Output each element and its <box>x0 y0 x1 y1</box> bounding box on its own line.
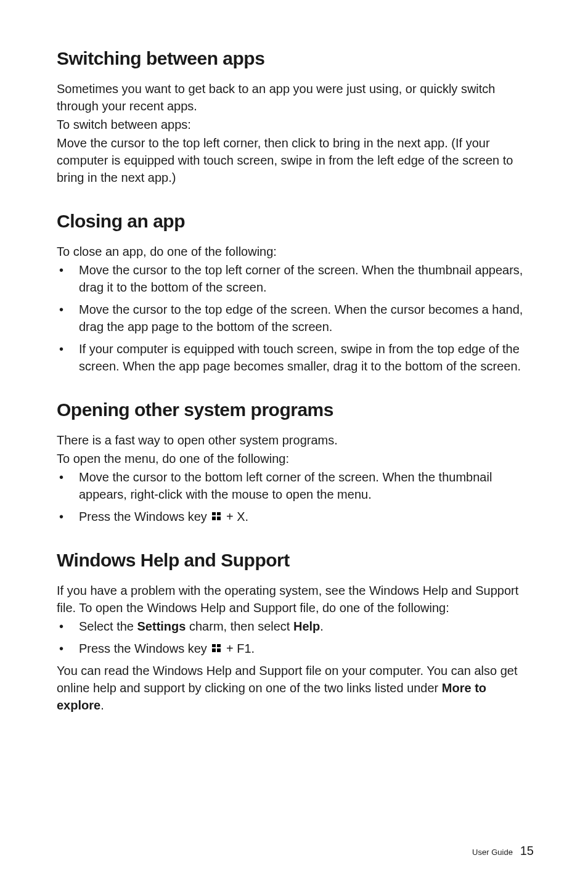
list-item: Move the cursor to the top edge of the s… <box>57 301 534 335</box>
heading-closing: Closing an app <box>57 211 534 232</box>
bold-text: Help <box>293 619 320 633</box>
list-item: Move the cursor to the bottom left corne… <box>57 468 534 503</box>
windows-key-icon <box>212 644 221 652</box>
text: + F1. <box>223 642 255 655</box>
list-item: Move the cursor to the top left corner o… <box>57 261 534 296</box>
text: . <box>320 619 324 633</box>
paragraph: To switch between apps: <box>57 116 534 133</box>
paragraph: To open the menu, do one of the followin… <box>57 450 534 467</box>
section-switching-apps: Switching between apps Sometimes you wan… <box>57 48 534 186</box>
list-item: Press the Windows key + X. <box>57 508 534 525</box>
section-help-support: Windows Help and Support If you have a p… <box>57 550 534 714</box>
list-item: Select the Settings charm, then select H… <box>57 618 534 635</box>
text: Press the Windows key <box>79 510 210 523</box>
section-opening-programs: Opening other system programs There is a… <box>57 399 534 525</box>
bullet-list: Move the cursor to the top left corner o… <box>57 261 534 375</box>
text: . <box>100 698 104 712</box>
bullet-list: Move the cursor to the bottom left corne… <box>57 468 534 525</box>
windows-key-icon <box>212 512 221 520</box>
footer-label: User Guide <box>472 848 513 857</box>
page-number: 15 <box>520 844 534 857</box>
heading-switching: Switching between apps <box>57 48 534 69</box>
list-item: If your computer is equipped with touch … <box>57 340 534 375</box>
bullet-list: Select the Settings charm, then select H… <box>57 618 534 657</box>
heading-opening: Opening other system programs <box>57 399 534 420</box>
heading-help: Windows Help and Support <box>57 550 534 571</box>
paragraph: If you have a problem with the operating… <box>57 582 534 616</box>
text: + X. <box>223 510 248 523</box>
text: charm, then select <box>186 619 293 633</box>
page-footer: User Guide 15 <box>472 844 534 858</box>
bold-text: Settings <box>137 619 186 633</box>
section-closing-app: Closing an app To close an app, do one o… <box>57 211 534 375</box>
list-item: Press the Windows key + F1. <box>57 640 534 657</box>
paragraph: You can read the Windows Help and Suppor… <box>57 662 534 714</box>
text: Press the Windows key <box>79 642 210 655</box>
paragraph: Move the cursor to the top left corner, … <box>57 134 534 186</box>
paragraph: Sometimes you want to get back to an app… <box>57 80 534 115</box>
text: Select the <box>79 619 137 633</box>
paragraph: There is a fast way to open other system… <box>57 431 534 449</box>
paragraph: To close an app, do one of the following… <box>57 243 534 260</box>
